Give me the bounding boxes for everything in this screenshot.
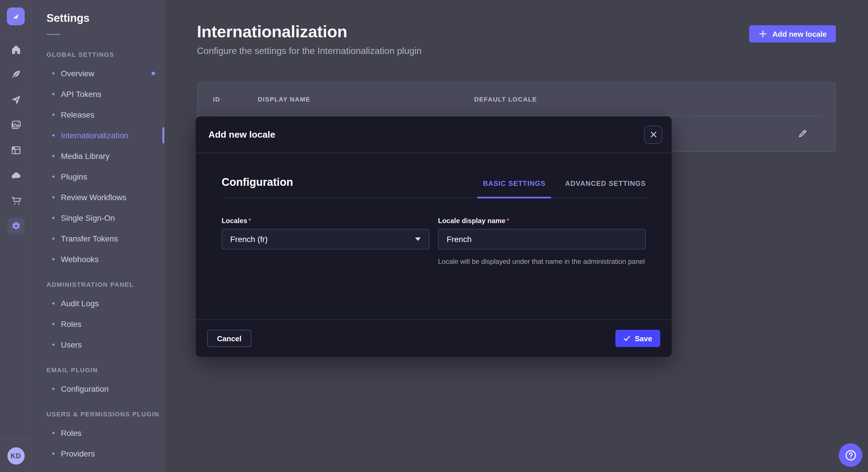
locales-label: Locales* xyxy=(222,217,429,225)
close-icon xyxy=(650,131,656,138)
locales-label-text: Locales xyxy=(222,217,247,225)
display-name-field: Locale display name* Locale will be disp… xyxy=(438,217,646,266)
settings-tabs: BASIC SETTINGSADVANCED SETTINGS xyxy=(483,179,646,189)
configuration-section-head: Configuration BASIC SETTINGSADVANCED SET… xyxy=(222,176,646,198)
modal-title: Add new locale xyxy=(208,129,275,140)
display-name-input[interactable] xyxy=(438,229,646,249)
display-name-label-text: Locale display name xyxy=(438,217,505,225)
check-icon xyxy=(623,335,630,342)
chevron-down-icon xyxy=(415,237,421,241)
display-name-hint: Locale will be displayed under that name… xyxy=(438,257,646,266)
modal-close-button[interactable] xyxy=(644,125,662,144)
required-marker: * xyxy=(507,217,509,225)
add-locale-modal: Add new locale Configuration BASIC SETTI… xyxy=(196,116,672,357)
save-label: Save xyxy=(634,334,652,343)
modal-header: Add new locale xyxy=(196,116,672,153)
configuration-title: Configuration xyxy=(222,176,293,189)
locale-form-row: Locales* French (fr) Locale display name… xyxy=(222,217,646,266)
locales-select[interactable]: French (fr) xyxy=(222,229,429,249)
app-viewport: KD Settings GLOBAL SETTINGSOverviewAPI T… xyxy=(0,0,868,472)
save-button[interactable]: Save xyxy=(615,330,660,347)
tab-advanced-settings[interactable]: ADVANCED SETTINGS xyxy=(565,179,646,189)
tab-basic-settings[interactable]: BASIC SETTINGS xyxy=(483,179,546,189)
modal-body: Configuration BASIC SETTINGSADVANCED SET… xyxy=(196,153,672,319)
locales-select-value: French (fr) xyxy=(230,235,268,244)
cancel-button[interactable]: Cancel xyxy=(207,330,251,347)
required-marker: * xyxy=(248,217,251,225)
display-name-label: Locale display name* xyxy=(438,217,646,225)
modal-footer: Cancel Save xyxy=(196,319,672,357)
locales-field: Locales* French (fr) xyxy=(222,217,429,266)
